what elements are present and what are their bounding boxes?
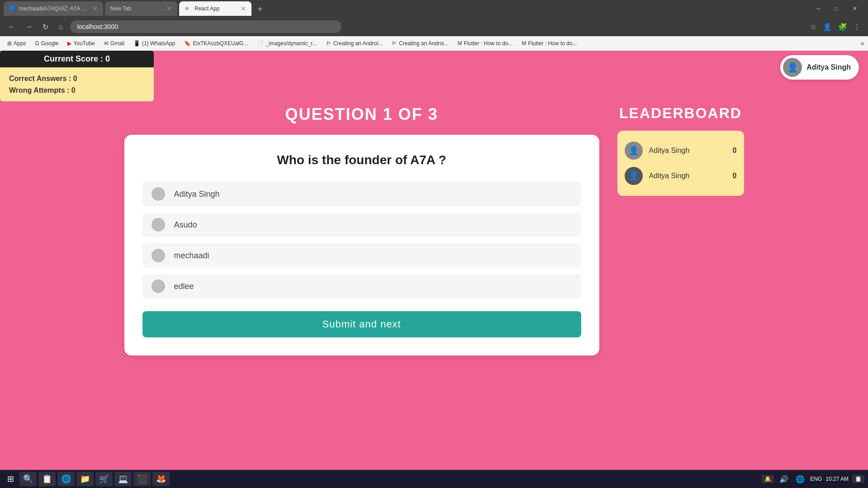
wrong-attempts: Wrong Attempts : 0 <box>9 85 145 96</box>
profile-icon[interactable]: 👤 <box>821 21 834 33</box>
new-tab-button[interactable]: ＋ <box>253 3 267 14</box>
taskbar-edge[interactable]: 🌐 <box>57 472 75 486</box>
bookmark-whatsapp-label: (1) WhatsApp <box>142 40 175 47</box>
bookmark-9-label: Flutter : How to do... <box>464 40 513 47</box>
forward-button[interactable]: → <box>23 21 35 33</box>
tab-newtab[interactable]: New Tab ✕ <box>105 1 177 16</box>
bookmark-9[interactable]: M Flutter : How to do... <box>454 39 517 47</box>
tab-close-react[interactable]: ✕ <box>241 5 246 12</box>
answer-option-1[interactable]: Aditya Singh <box>142 182 581 206</box>
bookmark5-icon: 🔖 <box>184 40 191 47</box>
extension-icon[interactable]: 🧩 <box>836 21 849 33</box>
option-radio-3[interactable] <box>152 249 165 262</box>
address-bar: ← → ↻ ⌂ ☆ 👤 🧩 ⋮ <box>0 17 868 36</box>
home-button[interactable]: ⌂ <box>56 21 66 33</box>
lb-avatar-2: 👤 <box>625 167 643 185</box>
bookmarks-more-icon[interactable]: » <box>860 39 864 47</box>
tab-reactapp[interactable]: ⚛ React App ✕ <box>179 1 251 16</box>
tab-close-newtab[interactable]: ✕ <box>166 5 172 12</box>
bookmark-gmail-label: Gmail <box>110 40 124 47</box>
star-icon[interactable]: ☆ <box>808 21 818 33</box>
answer-option-4[interactable]: edlee <box>142 274 581 298</box>
bookmark-apps-label: Apps <box>14 40 26 47</box>
bookmark-10[interactable]: M Flutter : How to do... <box>518 39 581 47</box>
option-radio-1[interactable] <box>152 187 165 201</box>
lb-avatar-1: 👤 <box>625 142 643 160</box>
bookmark-youtube[interactable]: ▶ YouTube <box>64 39 98 47</box>
taskbar-search[interactable]: 🔍 <box>19 472 37 486</box>
address-input[interactable] <box>70 20 342 33</box>
reload-button[interactable]: ↻ <box>40 21 51 33</box>
bookmark10-icon: M <box>522 40 526 47</box>
correct-answers: Correct Answers : 0 <box>9 73 145 85</box>
bookmark-7[interactable]: 🏳 Creating an Androi... <box>323 39 386 47</box>
tab-title-quiz: mechaadi/A7AQUIZ: A7A QUIZ … <box>19 5 89 12</box>
back-button[interactable]: ← <box>5 21 18 33</box>
avatar: 👤 <box>783 58 802 77</box>
tab-title-react: React App <box>194 5 237 12</box>
bookmark-google-label: Google <box>41 40 59 47</box>
taskbar-terminal[interactable]: ⬛ <box>133 472 151 486</box>
bookmark-6[interactable]: 📄 _images/dynamic_r... <box>253 39 320 47</box>
taskbar-language: ENG <box>810 476 822 482</box>
answer-option-2[interactable]: Asudo <box>142 213 581 237</box>
bookmark-apps[interactable]: ⊞ Apps <box>4 39 29 47</box>
window-controls: ─ □ ✕ <box>809 0 864 17</box>
bookmark-6-label: _images/dynamic_r... <box>266 40 317 47</box>
lb-score-1: 0 <box>733 147 737 155</box>
lb-name-1: Aditya Singh <box>649 147 726 155</box>
taskbar-network-icon[interactable]: 🌐 <box>794 473 806 485</box>
browser-chrome: 🔵 mechaadi/A7AQUIZ: A7A QUIZ … ✕ New Tab… <box>0 0 868 51</box>
taskbar-task-view[interactable]: 📋 <box>38 472 56 486</box>
bookmark-google[interactable]: G Google <box>31 39 62 47</box>
option-radio-4[interactable] <box>152 280 165 293</box>
bookmark-10-label: Flutter : How to do... <box>528 40 577 47</box>
youtube-icon: ▶ <box>67 40 71 47</box>
lb-score-2: 0 <box>733 172 737 180</box>
user-badge[interactable]: 👤 Aditya Singh <box>780 55 859 80</box>
taskbar-action-center[interactable]: 📋 <box>852 475 864 483</box>
taskbar-firefox[interactable]: 🦊 <box>152 472 170 486</box>
close-button[interactable]: ✕ <box>845 0 864 17</box>
taskbar-time: 10:27 AM <box>825 476 849 482</box>
bookmark-8[interactable]: 🏳 Creating an Androi... <box>388 39 452 47</box>
whatsapp-icon: 📱 <box>133 40 140 47</box>
taskbar-notification[interactable]: 🔔 <box>762 475 774 483</box>
bookmark-whatsapp[interactable]: 📱 (1) WhatsApp <box>130 39 179 47</box>
main-layout: QUESTION 1 OF 3 Who is the founder of A7… <box>9 105 859 355</box>
leaderboard-card: 👤 Aditya Singh 0 👤 Aditya Singh 0 <box>617 131 744 196</box>
taskbar-vscode[interactable]: 💻 <box>114 472 132 486</box>
taskbar: ⊞ 🔍 📋 🌐 📁 🛒 💻 ⬛ 🦊 🔔 🔊 🌐 ENG 10:27 AM 📋 <box>0 470 868 488</box>
option-text-1: Aditya Singh <box>174 190 220 199</box>
apps-icon: ⊞ <box>7 40 12 47</box>
bookmark6-icon: 📄 <box>257 40 264 47</box>
option-text-3: mechaadi <box>174 251 209 261</box>
submit-next-button[interactable]: Submit and next <box>142 311 581 337</box>
taskbar-start-button[interactable]: ⊞ <box>4 472 18 486</box>
taskbar-volume-icon[interactable]: 🔊 <box>778 473 790 485</box>
taskbar-explorer[interactable]: 📁 <box>76 472 94 486</box>
bookmark7-icon: 🏳 <box>326 40 332 47</box>
google-icon: G <box>35 40 39 47</box>
score-details: Correct Answers : 0 Wrong Attempts : 0 <box>0 67 154 101</box>
leaderboard-section: LEADERBOARD 👤 Aditya Singh 0 👤 Aditya Si… <box>617 105 744 196</box>
taskbar-store[interactable]: 🛒 <box>95 472 113 486</box>
tab-close-quiz[interactable]: ✕ <box>92 5 98 12</box>
menu-icon[interactable]: ⋮ <box>852 21 863 33</box>
option-radio-2[interactable] <box>152 218 165 232</box>
question-card: Who is the founder of A7A ? Aditya Singh… <box>124 135 599 355</box>
bookmark9-icon: M <box>458 40 462 47</box>
tab-favicon-quiz: 🔵 <box>9 5 15 12</box>
bookmark-5[interactable]: 🔖 ElxTKAozbQXEUalG... <box>180 39 251 47</box>
bookmark-gmail[interactable]: ✉ Gmail <box>100 39 128 47</box>
question-progress: QUESTION 1 OF 3 <box>124 105 599 124</box>
tab-quiz[interactable]: 🔵 mechaadi/A7AQUIZ: A7A QUIZ … ✕ <box>4 1 103 16</box>
bookmarks-bar: ⊞ Apps G Google ▶ YouTube ✉ Gmail 📱 (1) … <box>0 36 868 51</box>
tab-title-newtab: New Tab <box>110 5 163 12</box>
option-text-2: Asudo <box>174 220 197 230</box>
answer-option-3[interactable]: mechaadi <box>142 243 581 268</box>
minimize-button[interactable]: ─ <box>809 0 828 17</box>
lb-name-2: Aditya Singh <box>649 172 726 180</box>
address-right-icons: ☆ 👤 🧩 ⋮ <box>808 21 863 33</box>
maximize-button[interactable]: □ <box>828 0 845 17</box>
